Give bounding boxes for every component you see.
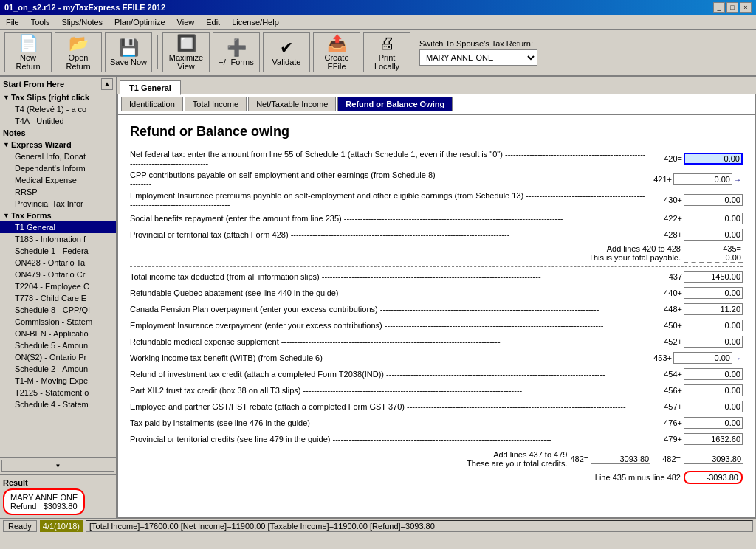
new-return-label: New Return	[7, 53, 49, 71]
sidebar-item-t1-general[interactable]: T1 General	[0, 221, 116, 233]
main-layout: Start From Here ▲ ▼ Tax Slips (right cli…	[0, 77, 756, 518]
row-422-label: Social benefits repayment (enter the amo…	[130, 214, 650, 223]
spouse-label: Switch To Spouse's Tax Return:	[419, 39, 537, 48]
sidebar-item-t1m[interactable]: T1-M - Moving Expe	[0, 375, 116, 387]
sidebar-item-schedule4[interactable]: Schedule 4 - Statem	[0, 398, 116, 410]
sub-tab-identification[interactable]: Identification	[121, 97, 183, 111]
sidebar-item-on479[interactable]: ON479 - Ontario Cr	[0, 269, 116, 280]
row-421-input[interactable]	[673, 173, 732, 185]
form-row-422: Social benefits repayment (enter the amo…	[130, 212, 743, 225]
row-456-code: 456+	[650, 386, 684, 395]
sidebar-item-rrsp[interactable]: RRSP	[0, 186, 116, 198]
menu-tools[interactable]: Tools	[28, 17, 53, 27]
sidebar-item-schedule1[interactable]: Schedule 1 - Federa	[0, 245, 116, 257]
sidebar-item-general-info[interactable]: General Info, Donat	[0, 151, 116, 162]
final-value: -3093.80	[684, 471, 743, 484]
open-return-button[interactable]: 📂 Open Return	[55, 32, 102, 72]
sidebar-item-t183[interactable]: T183 - Information f	[0, 233, 116, 245]
row-448-input[interactable]	[684, 303, 743, 315]
print-locally-label: Print Locally	[365, 53, 408, 71]
row-428-label: Provincial or territorial tax (attach Fo…	[130, 230, 650, 239]
row-453-input[interactable]	[673, 352, 732, 364]
sidebar-item-schedule5[interactable]: Schedule 5 - Amoun	[0, 339, 116, 351]
row-452-input[interactable]	[684, 336, 743, 348]
sidebar-item-notes[interactable]: Notes	[0, 127, 116, 139]
add-forms-button[interactable]: ➕ +/- Forms	[213, 32, 260, 72]
sidebar-item-schedule8[interactable]: Schedule 8 - CPP/QI	[0, 304, 116, 316]
row-456-input[interactable]	[684, 384, 743, 396]
row-420-input[interactable]	[684, 153, 743, 165]
sidebar-item-ons2[interactable]: ON(S2) - Ontario Pr	[0, 351, 116, 363]
create-efile-button[interactable]: 📤 Create EFile	[313, 32, 360, 72]
sidebar: Start From Here ▲ ▼ Tax Slips (right cli…	[0, 77, 117, 518]
total-code: 435=	[723, 244, 743, 253]
row-440-input[interactable]	[684, 287, 743, 299]
sidebar-item-t4a[interactable]: T4A - Untitled	[0, 115, 116, 127]
result-name: MARY ANNE ONE	[10, 493, 78, 502]
save-now-button[interactable]: 💾 Save Now	[105, 32, 152, 72]
row-430-input[interactable]	[684, 194, 743, 206]
row-428-input[interactable]	[684, 229, 743, 241]
maximize-button[interactable]: □	[726, 2, 738, 13]
status-ready: Ready	[3, 520, 37, 532]
sidebar-item-medical[interactable]: Medical Expense	[0, 174, 116, 186]
menu-edit[interactable]: Edit	[203, 17, 223, 27]
print-locally-button[interactable]: 🖨 Print Locally	[363, 32, 410, 72]
spouse-select[interactable]: MARY ANNE ONE	[419, 49, 537, 66]
menu-view[interactable]: View	[174, 17, 198, 27]
sub-tab-total-income[interactable]: Total Income	[185, 97, 247, 111]
result-type: Refund	[10, 502, 36, 511]
sub-tab-bar: Identification Total Income Net/Taxable …	[117, 94, 755, 114]
add-lines-420-note: Add lines 420 to 428	[607, 244, 681, 253]
new-return-button[interactable]: 📄 New Return	[4, 32, 52, 72]
status-info-text: [Total Income]=17600.00 [Net Income]=119…	[89, 522, 435, 531]
sidebar-item-tax-forms[interactable]: ▼ Tax Forms	[0, 210, 116, 221]
sidebar-item-on-ben[interactable]: ON-BEN - Applicatio	[0, 328, 116, 339]
toolbar: 📄 New Return 📂 Open Return 💾 Save Now 🔲 …	[0, 30, 756, 77]
row-450-code: 450+	[650, 321, 684, 330]
sidebar-tree: ▼ Tax Slips (right click T4 (Relevé 1) -…	[0, 92, 116, 458]
row-457-input[interactable]	[684, 401, 743, 412]
validate-button[interactable]: ✔ Validate	[263, 32, 310, 72]
sub-tab-refund-balance[interactable]: Refund or Balance Owing	[337, 97, 453, 111]
form-row-476: Tax paid by instalments (see line 476 in…	[130, 416, 743, 429]
tab-t1-general[interactable]: T1 General	[120, 80, 181, 95]
sidebar-item-t2125[interactable]: T2125 - Statement o	[0, 387, 116, 398]
row-437-input[interactable]	[684, 271, 743, 283]
row-479-input[interactable]	[684, 433, 743, 445]
sidebar-item-on428[interactable]: ON428 - Ontario Ta	[0, 257, 116, 269]
sub-tab-net-taxable[interactable]: Net/Taxable Income	[248, 97, 336, 111]
sidebar-scroll-down[interactable]: ▼	[1, 460, 114, 472]
form-row-437: Total income tax deducted (from all info…	[130, 270, 743, 283]
sidebar-item-tax-slips[interactable]: ▼ Tax Slips (right click	[0, 92, 116, 103]
maximize-view-button[interactable]: 🔲 Maximize View	[162, 32, 210, 72]
spouse-section: Switch To Spouse's Tax Return: MARY ANNE…	[419, 39, 537, 66]
sidebar-item-t778[interactable]: T778 - Child Care E	[0, 292, 116, 304]
menu-license-help[interactable]: License/Help	[229, 17, 282, 27]
menu-file[interactable]: File	[3, 17, 22, 27]
row-450-input[interactable]	[684, 320, 743, 331]
row-476-input[interactable]	[684, 417, 743, 429]
total-credits-note: These are your total credits.	[130, 459, 567, 468]
sidebar-item-express-wizard[interactable]: ▼ Express Wizard	[0, 139, 116, 151]
status-ready-text: Ready	[8, 522, 32, 531]
line-482-code-left: 482=	[570, 455, 588, 463]
sidebar-item-commission[interactable]: Commission - Statem	[0, 316, 116, 328]
minimize-button[interactable]: _	[713, 2, 725, 13]
tax-forms-label: Tax Forms	[11, 211, 52, 220]
line-482-value: 3093.80	[684, 455, 743, 464]
close-button[interactable]: ×	[740, 2, 752, 13]
menu-slips-notes[interactable]: Slips/Notes	[58, 17, 106, 27]
sidebar-item-dependants[interactable]: Dependant's Inform	[0, 162, 116, 174]
efile-icon: 📤	[327, 34, 347, 53]
sidebar-item-prov-tax[interactable]: Provincial Tax Infor	[0, 198, 116, 210]
row-454-input[interactable]	[684, 368, 743, 380]
scroll-up-button[interactable]: ▲	[101, 78, 113, 90]
sidebar-item-t2204[interactable]: T2204 - Employee C	[0, 280, 116, 292]
sidebar-item-t4[interactable]: T4 (Relevé 1) - a co	[0, 103, 116, 115]
sidebar-item-schedule2[interactable]: Schedule 2 - Amoun	[0, 363, 116, 375]
row-448-label: Canada Pension Plan overpayment (enter y…	[130, 305, 650, 314]
total-value: 0.00	[684, 253, 743, 263]
menu-plan-optimize[interactable]: Plan/Optimize	[111, 17, 168, 27]
row-422-input[interactable]	[684, 213, 743, 224]
